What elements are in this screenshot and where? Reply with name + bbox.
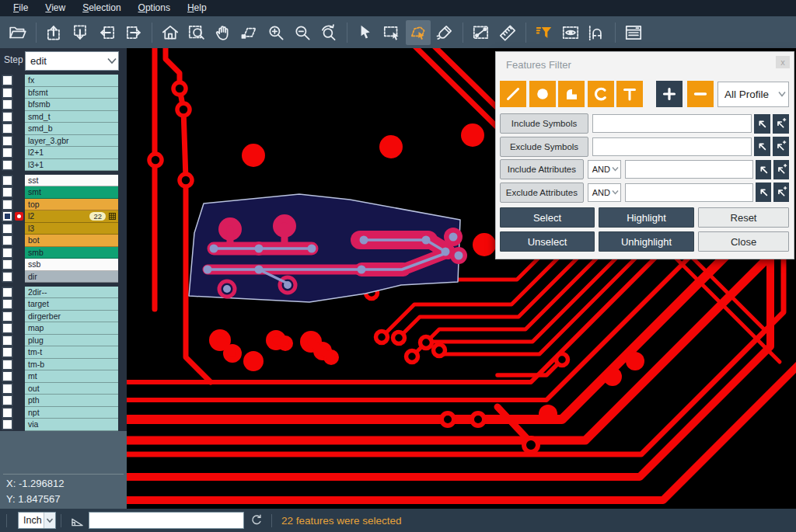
highlight-button[interactable]: Highlight xyxy=(599,207,694,228)
layer-visibility-checkbox[interactable] xyxy=(0,396,15,405)
clear-brush-button[interactable] xyxy=(432,20,457,45)
layer-name-bar[interactable]: npt xyxy=(25,407,118,419)
checkbox[interactable] xyxy=(3,396,12,405)
layer-row-l2+1[interactable]: l2+1 xyxy=(0,147,127,159)
checkbox[interactable] xyxy=(3,249,12,257)
layer-visibility-checkbox[interactable] xyxy=(0,360,15,369)
layer-visibility-checkbox[interactable] xyxy=(0,288,15,297)
layer-visibility-checkbox[interactable] xyxy=(0,188,15,196)
layer-name-bar[interactable]: dirgerber xyxy=(25,311,118,323)
checkbox[interactable] xyxy=(3,288,12,297)
select-rectangle-button[interactable] xyxy=(379,20,404,45)
include-attributes-operator-dropdown[interactable]: AND xyxy=(588,160,622,179)
include-symbols-button[interactable]: Include Symbols xyxy=(500,113,588,134)
layer-row-sst[interactable]: sst xyxy=(0,175,127,187)
layer-row-smd_t[interactable]: smd_t xyxy=(0,111,127,123)
layer-row-smt[interactable]: smt xyxy=(0,186,127,199)
dialog-title-bar[interactable]: Features Filter x xyxy=(496,52,794,77)
unselect-button[interactable]: Unselect xyxy=(500,231,595,252)
exclude-attributes-pick-button[interactable] xyxy=(756,183,771,202)
menu-selection[interactable]: Selection xyxy=(74,0,129,16)
layer-visibility-checkbox[interactable] xyxy=(0,89,15,97)
layer-name-bar[interactable]: 2dir-- xyxy=(25,287,118,299)
layer-visibility-checkbox[interactable] xyxy=(0,409,15,417)
layer-row-plug[interactable]: plug xyxy=(0,335,127,347)
checkbox[interactable] xyxy=(3,161,12,169)
include-attributes-pick-add-button[interactable] xyxy=(773,160,789,179)
layer-row-l3[interactable]: l3 xyxy=(0,223,127,235)
checkbox[interactable] xyxy=(3,360,12,369)
layer-visibility-checkbox[interactable] xyxy=(0,249,15,257)
layer-visibility-checkbox[interactable] xyxy=(0,348,15,356)
zoom-polygon-button[interactable] xyxy=(237,20,262,45)
layer-name-bar[interactable]: tm-t xyxy=(25,346,118,359)
layer-row-map[interactable]: map xyxy=(0,322,127,335)
layer-row-smd_b[interactable]: smd_b xyxy=(0,123,127,135)
layer-row-layer_3.gbr[interactable]: layer_3.gbr xyxy=(0,135,127,148)
pan-button[interactable] xyxy=(211,20,236,45)
layer-name-bar[interactable]: top xyxy=(25,199,118,211)
profile-dropdown[interactable]: All Profile xyxy=(717,82,789,107)
layer-visibility-checkbox[interactable] xyxy=(0,336,15,345)
checkbox[interactable] xyxy=(3,224,12,233)
features-filter-button[interactable] xyxy=(532,20,557,45)
layer-visibility-checkbox[interactable] xyxy=(0,148,15,157)
layer-visibility-checkbox[interactable] xyxy=(0,384,15,393)
include-attributes-input[interactable] xyxy=(625,160,753,179)
snap-button[interactable] xyxy=(585,20,609,45)
checkbox[interactable] xyxy=(3,176,12,185)
include-symbols-input[interactable] xyxy=(592,114,752,133)
layer-visibility-checkbox[interactable] xyxy=(0,76,15,85)
command-input[interactable] xyxy=(89,512,244,529)
move-up-button[interactable] xyxy=(42,20,67,45)
layer-row-bot[interactable]: bot xyxy=(0,235,127,247)
layer-row-fx[interactable]: fx xyxy=(0,75,127,87)
exclude-symbols-button[interactable]: Exclude Symbols xyxy=(500,137,588,157)
zoom-home-button[interactable] xyxy=(158,20,183,45)
menu-file[interactable]: File xyxy=(5,0,37,16)
layer-row-target[interactable]: target xyxy=(0,298,127,311)
checkbox[interactable] xyxy=(3,200,12,209)
layer-name-bar[interactable]: map xyxy=(25,322,118,335)
layer-visibility-checkbox[interactable] xyxy=(0,100,15,109)
exclude-attributes-pick-add-button[interactable] xyxy=(773,183,789,202)
filter-arc-button[interactable] xyxy=(588,81,614,107)
dialog-close-button[interactable]: x xyxy=(776,56,790,68)
menu-help[interactable]: Help xyxy=(179,0,215,16)
exclude-attributes-input[interactable] xyxy=(625,183,753,202)
layer-row-via[interactable]: via xyxy=(0,419,127,431)
measure-ruler-button[interactable] xyxy=(495,20,520,45)
select-button[interactable]: Select xyxy=(500,207,595,228)
filter-text-button[interactable] xyxy=(616,81,643,107)
checkbox[interactable] xyxy=(3,324,12,332)
angle-mode-icon[interactable] xyxy=(69,513,86,529)
layer-name-bar[interactable]: bfsmt xyxy=(25,87,118,99)
layer-name-bar[interactable]: out xyxy=(25,383,118,395)
layer-row-top[interactable]: top xyxy=(0,199,127,211)
layer-visibility-checkbox[interactable] xyxy=(0,300,15,308)
layer-row-out[interactable]: out xyxy=(0,383,127,395)
select-polygon-button[interactable] xyxy=(406,20,431,45)
exclude-attributes-button[interactable]: Exclude Attributes xyxy=(500,183,584,203)
layer-name-bar[interactable]: l3 xyxy=(25,223,118,235)
layer-name-bar[interactable]: fx xyxy=(25,75,118,87)
layer-name-bar[interactable]: layer_3.gbr xyxy=(25,135,118,148)
checkbox[interactable] xyxy=(3,137,12,145)
layer-row-tm-t[interactable]: tm-t xyxy=(0,346,127,359)
layer-visibility-checkbox[interactable] xyxy=(0,273,15,281)
layer-visibility-checkbox[interactable] xyxy=(0,176,15,185)
layer-name-bar[interactable]: via xyxy=(25,419,118,431)
exclude-symbols-input[interactable] xyxy=(592,137,752,156)
layers-panel-button[interactable] xyxy=(621,20,646,45)
move-left-button[interactable] xyxy=(95,20,120,45)
checkbox[interactable] xyxy=(3,124,12,133)
layer-row-2dir--[interactable]: 2dir-- xyxy=(0,287,127,299)
layer-visibility-checkbox[interactable] xyxy=(0,161,15,169)
refresh-icon[interactable] xyxy=(250,513,264,527)
checkbox[interactable] xyxy=(3,260,12,269)
layer-visibility-checkbox[interactable] xyxy=(0,113,15,121)
checkbox[interactable] xyxy=(3,188,12,196)
layer-visibility-checkbox[interactable] xyxy=(0,137,15,145)
zoom-out-button[interactable] xyxy=(290,20,315,45)
checkbox[interactable] xyxy=(3,409,12,417)
